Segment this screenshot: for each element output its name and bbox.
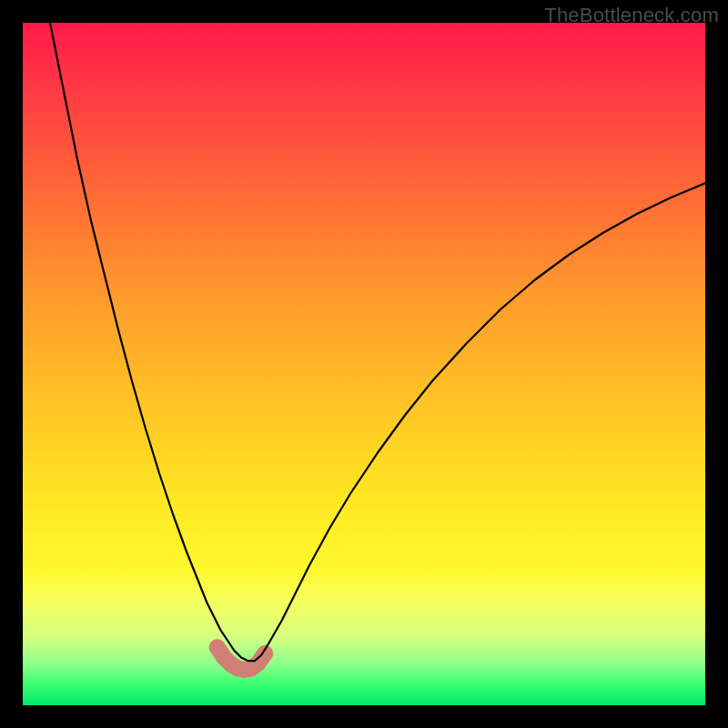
chart-area <box>23 23 705 705</box>
bottleneck-chart <box>23 23 705 705</box>
bottleneck-curve <box>50 23 705 661</box>
